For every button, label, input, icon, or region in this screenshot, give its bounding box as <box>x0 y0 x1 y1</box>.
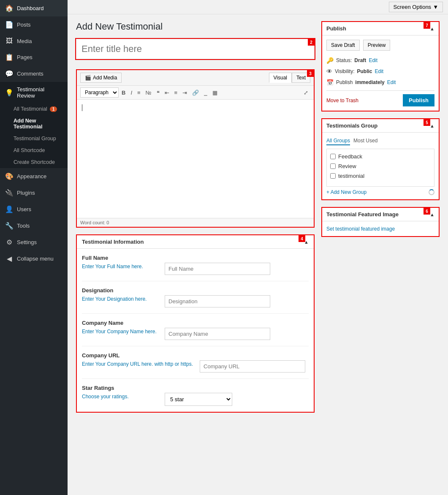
preview-button[interactable]: Preview <box>363 40 391 51</box>
save-draft-button[interactable]: Save Draft <box>326 40 360 51</box>
designation-input[interactable] <box>165 295 270 307</box>
tab-visual[interactable]: Visual <box>269 73 292 83</box>
sidebar-item-appearance[interactable]: 🎨 Appearance <box>0 168 68 185</box>
sidebar-item-testimonial-review[interactable]: 💡 Testimonial Review <box>0 82 68 103</box>
status-label: Status: <box>336 57 352 63</box>
sidebar-item-users[interactable]: 👤 Users <box>0 201 68 218</box>
bold-button[interactable]: B <box>119 88 128 97</box>
field-star-ratings: Star Ratings Choose your ratings. 1 star… <box>82 379 309 412</box>
info-box-header: Testimonial Information ▲ <box>77 235 314 249</box>
company-name-input[interactable] <box>165 328 270 340</box>
sidebar-item-collapse[interactable]: ◀ Collapse menu <box>0 250 68 267</box>
editor-content[interactable] <box>77 100 314 218</box>
featured-chevron[interactable]: ▲ <box>430 212 434 217</box>
create-shortcode-label: Create Shortcode <box>14 159 55 165</box>
sidebar-item-posts[interactable]: 📄 Posts <box>0 16 68 33</box>
star-ratings-select[interactable]: 1 star 2 star 3 star 4 star 5 star <box>165 393 232 406</box>
featured-image-panel: 6 Testimonial Featured Image ▲ Set testi… <box>321 207 440 237</box>
group-checkbox-feedback[interactable] <box>330 154 336 159</box>
dashboard-icon: 🏠 <box>5 4 14 12</box>
visibility-edit-link[interactable]: Edit <box>375 68 383 74</box>
group-checkbox-review[interactable] <box>330 163 336 169</box>
post-title-input[interactable] <box>76 39 315 59</box>
more-button[interactable]: ⎯ <box>202 88 209 97</box>
publish-time-label: Publish <box>336 79 353 85</box>
sidebar-item-label: Settings <box>17 239 37 245</box>
group-item-testimonial: testimonial <box>329 171 432 181</box>
star-ratings-row: Choose your ratings. 1 star 2 star 3 sta… <box>82 393 309 406</box>
fullscreen-button[interactable]: ⤢ <box>301 88 310 97</box>
sidebar-item-tools[interactable]: 🔧 Tools <box>0 218 68 234</box>
table-button[interactable]: ▦ <box>210 88 220 97</box>
add-media-icon: 🎬 <box>85 75 91 81</box>
field-full-name: Full Name Enter Your Full Name here. <box>82 249 309 281</box>
sidebar-item-pages[interactable]: 📋 Pages <box>0 49 68 65</box>
company-url-input[interactable] <box>200 360 305 373</box>
sidebar-sub-item-all-shortcode[interactable]: All Shortcode <box>0 144 68 156</box>
designation-desc: Enter Your Designation here. <box>82 295 158 303</box>
publish-time-edit-link[interactable]: Edit <box>387 79 396 85</box>
full-name-input[interactable] <box>165 263 270 275</box>
publish-panel-header: Publish ▲ <box>322 22 439 35</box>
publish-button[interactable]: Publish <box>403 94 434 106</box>
group-item-feedback: Feedback <box>329 152 432 161</box>
blockquote-button[interactable]: ❝ <box>155 88 162 97</box>
sidebar-sub-item-testimonial-group[interactable]: Testimonial Group <box>0 133 68 144</box>
sidebar-item-plugins[interactable]: 🔌 Plugins <box>0 185 68 201</box>
featured-panel-body: Set testimonial featured image <box>322 221 439 236</box>
sidebar-sub-item-create-shortcode[interactable]: Create Shortcode <box>0 156 68 168</box>
content-area: Add New Testimonial 2 3 🎬 Add Media Visu… <box>68 14 448 419</box>
ul-button[interactable]: ≡ <box>135 88 143 97</box>
tab-all-groups[interactable]: All Groups <box>326 137 350 145</box>
sidebar-item-media[interactable]: 🖼 Media <box>0 33 68 49</box>
editor-toolbar-format: Paragraph Heading 1 Heading 2 Heading 3 … <box>77 86 314 100</box>
align-left-button[interactable]: ⇤ <box>163 88 171 97</box>
align-center-button[interactable]: ≡ <box>172 88 180 97</box>
field-designation: Designation Enter Your Designation here. <box>82 281 309 314</box>
full-name-row: Enter Your Full Name here. <box>82 263 309 275</box>
schedule-icon: 📅 <box>326 79 334 86</box>
field-company-url: Company URL Enter Your Company URL here.… <box>82 346 309 379</box>
ol-button[interactable]: № <box>144 88 154 97</box>
company-name-desc: Enter Your Company Name here. <box>82 328 158 335</box>
groups-chevron[interactable]: ▲ <box>430 123 434 128</box>
format-select[interactable]: Paragraph Heading 1 Heading 2 Heading 3 <box>80 87 119 98</box>
featured-panel-header: Testimonial Featured Image ▲ <box>322 208 439 221</box>
main-content: Screen Options ▼ Add New Testimonial 2 3… <box>68 0 448 495</box>
tab-most-used[interactable]: Most Used <box>353 137 377 145</box>
title-wrapper: 2 <box>76 39 315 64</box>
move-to-trash-link[interactable]: Move to Trash <box>326 98 358 103</box>
sidebar-item-dashboard[interactable]: 🏠 Dashboard <box>0 0 68 16</box>
align-right-button[interactable]: ⇥ <box>180 88 189 97</box>
set-featured-image-link[interactable]: Set testimonial featured image <box>326 226 395 232</box>
publish-footer: Move to Trash Publish <box>326 90 434 106</box>
pages-icon: 📋 <box>5 53 14 61</box>
info-box-body: Full Name Enter Your Full Name here. Des… <box>77 249 314 412</box>
add-media-button[interactable]: 🎬 Add Media <box>80 73 122 83</box>
testimonial-group-label: Testimonial Group <box>14 136 56 141</box>
sidebar-item-settings[interactable]: ⚙ Settings <box>0 234 68 250</box>
add-new-group-link[interactable]: + Add New Group <box>326 189 367 195</box>
testimonial-info-box: 4 Testimonial Information ▲ Full Name En… <box>76 234 315 413</box>
users-icon: 👤 <box>5 205 14 213</box>
publish-title: Publish <box>326 25 346 32</box>
add-new-testimonial-label: Add New Testimonial <box>14 118 43 130</box>
visibility-value: Public <box>357 68 372 74</box>
sidebar-sub-item-add-new[interactable]: Add New Testimonial <box>0 115 68 133</box>
editor-cursor <box>82 104 82 111</box>
sidebar-item-label: Tools <box>17 223 30 229</box>
italic-button[interactable]: I <box>128 88 134 97</box>
word-count: Word count: 0 <box>80 220 109 225</box>
publish-chevron[interactable]: ▲ <box>430 26 434 31</box>
link-button[interactable]: 🔗 <box>190 88 201 97</box>
screen-options-button[interactable]: Screen Options ▼ <box>389 2 443 12</box>
all-shortcode-label: All Shortcode <box>14 147 45 153</box>
group-checkbox-testimonial[interactable] <box>330 173 336 179</box>
groups-panel-header: Testimonials Group ▲ <box>322 119 439 133</box>
visibility-label: Visibility: <box>335 68 354 74</box>
group-item-review: Review <box>329 161 432 171</box>
sidebar-item-comments[interactable]: 💬 Comments <box>0 65 68 82</box>
sidebar-sub-item-all-testimonial[interactable]: All Testimonial 1 <box>0 103 68 115</box>
status-edit-link[interactable]: Edit <box>369 57 377 63</box>
spinner-icon <box>429 189 434 195</box>
